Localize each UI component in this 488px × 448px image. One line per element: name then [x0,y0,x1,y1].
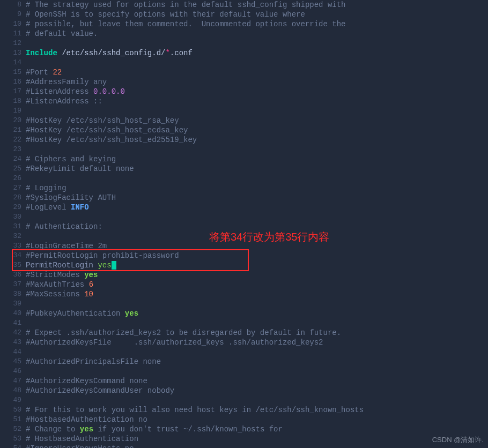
code-token: # Expect .ssh/authorized_keys2 to be dis… [26,328,341,337]
line-number: 40 [0,309,26,318]
line-number: 9 [0,10,26,19]
code-token: #LoginGraceTime 2m [26,242,107,250]
code-line[interactable] [26,367,488,376]
code-token: PermitRootLogin [26,261,98,270]
code-token: # Logging [26,184,66,192]
code-token: #ListenAddress :: [26,97,102,106]
code-token: #SyslogFacility AUTH [26,193,116,202]
code-line[interactable] [26,395,488,405]
line-number: 50 [0,405,26,415]
code-line[interactable]: #SyslogFacility AUTH [26,193,488,203]
code-line[interactable] [26,106,488,116]
code-line[interactable]: #Port 22 [26,68,488,77]
code-line[interactable]: # Ciphers and keying [26,154,488,164]
line-number: 42 [0,328,26,338]
line-number: 15 [0,68,26,77]
code-line[interactable]: #PermitRootLogin prohibit-password [26,251,488,260]
line-number: 30 [0,212,26,222]
code-line[interactable]: # Change to yes if you don't trust ~/.ss… [26,424,488,434]
line-number: 41 [0,318,26,328]
code-token: #MaxAuthTries [26,280,89,289]
line-number: 17 [0,87,26,96]
code-line[interactable]: #MaxAuthTries 6 [26,280,488,289]
code-line[interactable]: # Logging [26,183,488,193]
code-token: #ListenAddress [26,87,93,96]
code-token: #StrictModes [26,271,84,279]
code-line[interactable] [26,145,488,154]
text-cursor [112,261,116,270]
code-line[interactable]: # For this to work you will also need ho… [26,405,488,415]
code-line[interactable]: #LogLevel INFO [26,203,488,212]
line-number: 29 [0,203,26,212]
code-line[interactable]: # OpenSSH is to specify options with the… [26,10,488,19]
code-line[interactable]: #ListenAddress :: [26,96,488,106]
line-number: 8 [0,0,26,10]
code-line[interactable]: #AddressFamily any [26,77,488,87]
line-number: 53 [0,434,26,444]
code-token: yes [125,309,138,318]
code-line[interactable]: #MaxSessions 10 [26,289,488,299]
code-line[interactable]: #PubkeyAuthentication yes [26,309,488,318]
line-number: 37 [0,280,26,289]
line-number-gutter: 8910111213141516171819202122232425262728… [0,0,26,448]
code-token: 0.0.0.0 [93,87,125,96]
code-token: #AuthorizedKeysCommandUser nobody [26,386,174,395]
code-line[interactable] [26,212,488,222]
line-number: 24 [0,154,26,164]
line-number: 26 [0,174,26,183]
code-line[interactable] [26,174,488,183]
code-line[interactable]: # possible, but leave them commented. Un… [26,19,488,29]
code-line[interactable]: #StrictModes yes [26,270,488,280]
code-line[interactable] [26,58,488,68]
code-line[interactable]: PermitRootLogin yes [26,260,488,270]
code-line[interactable]: # HostbasedAuthentication [26,434,488,444]
code-line[interactable]: #HostKey /etc/ssh/ssh_host_rsa_key [26,116,488,125]
code-token: #HostKey /etc/ssh/ssh_host_ecdsa_key [26,126,188,135]
code-line[interactable] [26,299,488,309]
code-line[interactable]: #IgnoreUserKnownHosts no [26,444,488,448]
code-line[interactable]: #AuthorizedPrincipalsFile none [26,357,488,367]
line-number: 38 [0,289,26,299]
code-token: #HostKey /etc/ssh/ssh_host_ed25519_key [26,136,197,144]
code-content[interactable]: # The strategy used for options in the d… [26,0,488,448]
line-number: 32 [0,232,26,241]
line-number: 46 [0,367,26,376]
line-number: 14 [0,58,26,68]
code-line[interactable]: #AuthorizedKeysCommand none [26,376,488,386]
line-number: 28 [0,193,26,203]
code-line[interactable]: #HostKey /etc/ssh/ssh_host_ed25519_key [26,135,488,145]
line-number: 54 [0,444,26,448]
line-number: 20 [0,116,26,125]
line-number: 34 [0,251,26,260]
code-line[interactable]: # The strategy used for options in the d… [26,0,488,10]
code-line[interactable]: #HostKey /etc/ssh/ssh_host_ecdsa_key [26,125,488,135]
line-number: 23 [0,145,26,154]
code-token: 10 [84,290,93,298]
code-line[interactable] [26,39,488,48]
code-token: # Change to [26,425,80,434]
code-line[interactable]: #RekeyLimit default none [26,164,488,174]
code-token: # For this to work you will also need ho… [26,406,364,414]
code-token: #RekeyLimit default none [26,165,134,173]
code-token: yes [98,261,111,270]
line-number: 22 [0,135,26,145]
code-line[interactable]: #AuthorizedKeysFile .ssh/authorized_keys… [26,338,488,347]
code-line[interactable]: #ListenAddress 0.0.0.0 [26,87,488,96]
code-token: #HostbasedAuthentication no [26,415,147,424]
code-line[interactable]: #HostbasedAuthentication no [26,415,488,424]
code-editor[interactable]: 8910111213141516171819202122232425262728… [0,0,488,448]
line-number: 35 [0,260,26,270]
code-line[interactable]: # Expect .ssh/authorized_keys2 to be dis… [26,328,488,338]
code-token: /etc/ssh/sshd_config.d/ [62,49,165,57]
code-token: if you don't trust ~/.ssh/known_hosts fo… [93,425,283,434]
line-number: 39 [0,299,26,309]
line-number: 18 [0,96,26,106]
code-token: Include [26,49,62,57]
line-number: 12 [0,39,26,48]
line-number: 25 [0,164,26,174]
code-line[interactable]: # default value. [26,29,488,39]
code-line[interactable] [26,318,488,328]
code-line[interactable]: #AuthorizedKeysCommandUser nobody [26,386,488,395]
code-line[interactable]: Include /etc/ssh/sshd_config.d/*.conf [26,48,488,58]
code-line[interactable] [26,347,488,357]
